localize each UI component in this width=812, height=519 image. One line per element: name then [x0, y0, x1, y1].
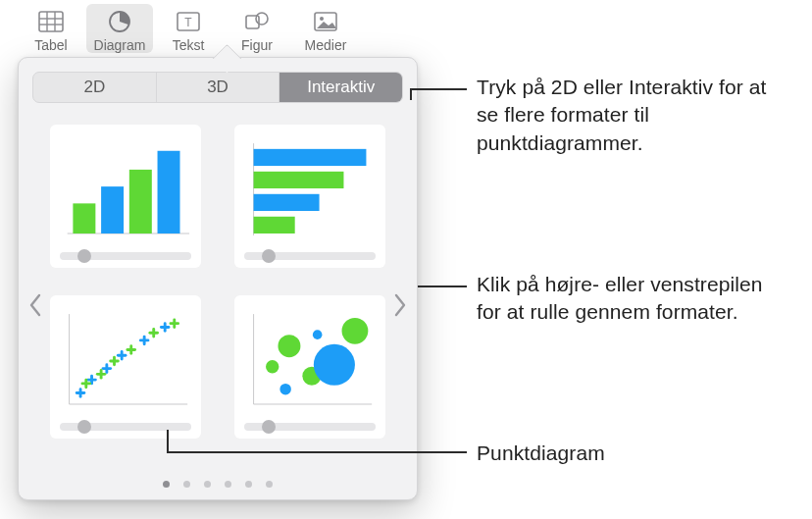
svg-rect-15 [129, 170, 152, 234]
callout-text-segments: Tryk på 2D eller Interaktiv for at se fl… [477, 74, 771, 157]
toolbar: Tabel Diagram T Tekst Figur Medier [18, 4, 359, 53]
toolbar-item-text[interactable]: T Tekst [155, 4, 222, 53]
shape-icon [242, 8, 272, 35]
prev-page-arrow[interactable] [23, 285, 48, 325]
thumb-slider[interactable] [244, 423, 376, 431]
segment-2d[interactable]: 2D [33, 73, 157, 102]
callout-leader [410, 88, 412, 100]
page-dot[interactable] [266, 481, 273, 488]
segment-3d[interactable]: 3D [157, 73, 280, 102]
toolbar-item-chart[interactable]: Diagram [86, 4, 153, 53]
svg-rect-13 [73, 203, 95, 234]
table-icon [36, 8, 66, 35]
page-dot[interactable] [204, 481, 211, 488]
page-dots [19, 481, 417, 488]
callout-text-arrows: Klik på højre- eller venstrepilen for at… [477, 271, 790, 327]
svg-rect-18 [254, 149, 367, 166]
svg-point-9 [256, 13, 268, 25]
svg-text:T: T [184, 16, 192, 29]
toolbar-item-table[interactable]: Tabel [18, 4, 84, 53]
svg-point-56 [313, 330, 323, 339]
thumb-slider[interactable] [60, 252, 191, 260]
page-dot[interactable] [163, 481, 170, 488]
svg-point-52 [279, 384, 290, 394]
callout-leader [410, 88, 467, 90]
svg-rect-19 [254, 172, 344, 188]
toolbar-item-media[interactable]: Medier [292, 4, 359, 53]
callout-leader [167, 430, 169, 451]
thumb-graphic [244, 134, 376, 244]
thumb-graphic [60, 305, 191, 415]
svg-rect-21 [254, 217, 295, 234]
bubble-chart-thumb[interactable] [234, 295, 385, 439]
svg-rect-20 [254, 194, 320, 211]
chart-icon [105, 8, 134, 35]
thumb-graphic [244, 305, 376, 415]
chart-type-segmented-control: 2D 3D Interaktiv [32, 72, 403, 103]
segment-interactive[interactable]: Interaktiv [279, 73, 402, 102]
svg-point-55 [342, 318, 369, 344]
media-icon [311, 8, 340, 35]
svg-point-54 [314, 344, 355, 386]
thumb-slider[interactable] [60, 423, 191, 431]
toolbar-label: Diagram [94, 37, 146, 53]
toolbar-label: Tabel [34, 37, 67, 53]
callout-leader [167, 451, 467, 453]
page-dot[interactable] [183, 481, 190, 488]
scatter-chart-thumb[interactable] [50, 295, 201, 439]
svg-point-50 [266, 360, 279, 373]
svg-rect-16 [158, 151, 180, 234]
chart-thumbnail-grid [32, 125, 403, 439]
svg-rect-14 [101, 186, 124, 234]
page-dot[interactable] [245, 481, 252, 488]
chart-picker-popover: 2D 3D Interaktiv [18, 57, 418, 500]
text-icon: T [174, 8, 203, 35]
svg-point-51 [278, 335, 300, 357]
toolbar-item-shape[interactable]: Figur [224, 4, 290, 53]
page-dot[interactable] [225, 481, 231, 488]
toolbar-label: Figur [241, 37, 273, 53]
callout-leader [418, 285, 467, 287]
thumb-graphic [60, 134, 191, 244]
svg-point-11 [320, 17, 324, 21]
callout-text-scatter: Punktdiagram [477, 440, 732, 467]
svg-rect-0 [39, 12, 63, 31]
toolbar-label: Medier [305, 37, 347, 53]
next-page-arrow[interactable] [387, 285, 413, 325]
thumb-slider[interactable] [244, 252, 376, 260]
column-chart-thumb[interactable] [50, 125, 201, 268]
toolbar-label: Tekst [173, 37, 205, 53]
bar-chart-thumb[interactable] [234, 125, 385, 268]
